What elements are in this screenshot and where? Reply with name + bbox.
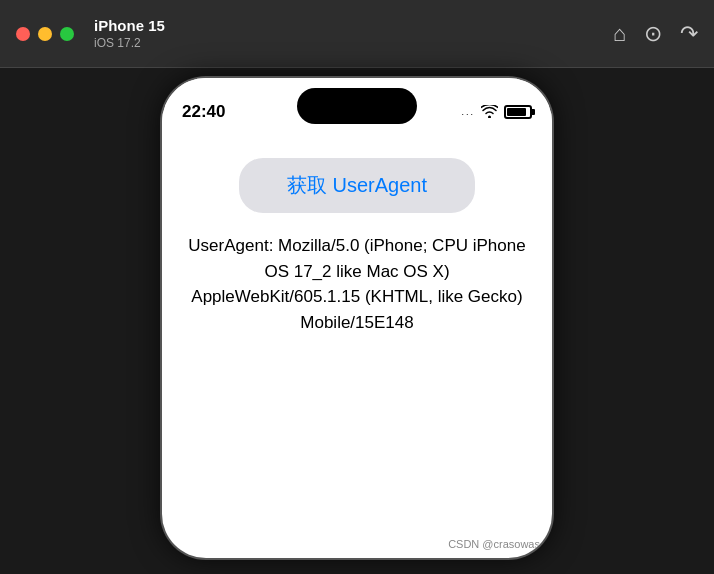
- dynamic-island: [297, 88, 417, 124]
- titlebar: iPhone 15 iOS 17.2 ⌂ ⊙ ↷: [0, 0, 714, 68]
- titlebar-icons: ⌂ ⊙ ↷: [613, 21, 698, 47]
- rotate-icon[interactable]: ↷: [680, 21, 698, 47]
- maximize-button[interactable]: [60, 27, 74, 41]
- minimize-button[interactable]: [38, 27, 52, 41]
- status-right: ...: [461, 104, 532, 121]
- watermark: CSDN @crasowas: [448, 538, 540, 550]
- window-controls: [16, 27, 74, 41]
- screenshot-icon[interactable]: ⊙: [644, 21, 662, 47]
- device-os: iOS 17.2: [94, 36, 613, 50]
- app-content: 获取 UserAgent UserAgent: Mozilla/5.0 (iPh…: [162, 134, 552, 351]
- device-name: iPhone 15: [94, 17, 613, 34]
- signal-icon: ...: [461, 107, 475, 117]
- get-useragent-button[interactable]: 获取 UserAgent: [239, 158, 475, 213]
- status-bar: 22:40 ...: [162, 78, 552, 134]
- wifi-icon: [481, 104, 498, 121]
- home-icon[interactable]: ⌂: [613, 21, 626, 47]
- ua-text: UserAgent: Mozilla/5.0 (iPhone; CPU iPho…: [178, 233, 536, 335]
- close-button[interactable]: [16, 27, 30, 41]
- status-time: 22:40: [182, 102, 225, 122]
- device-info: iPhone 15 iOS 17.2: [94, 17, 613, 50]
- simulator-area: 22:40 ... 获取 UserAgent: [0, 68, 714, 574]
- iphone-frame: 22:40 ... 获取 UserAgent: [162, 78, 552, 558]
- battery-icon: [504, 105, 532, 119]
